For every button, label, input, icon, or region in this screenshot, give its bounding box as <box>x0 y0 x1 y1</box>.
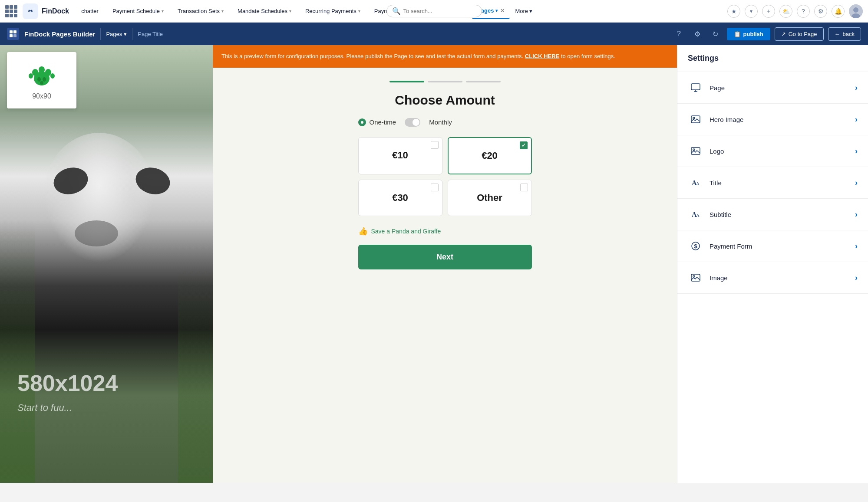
svg-rect-32 <box>691 274 700 281</box>
svg-point-18 <box>40 81 43 85</box>
more-menu-button[interactable]: More ▾ <box>515 8 532 14</box>
settings-item-hero-image[interactable]: Hero Image › <box>677 104 868 135</box>
amount-20[interactable]: ✓ €20 <box>448 137 532 174</box>
svg-point-11 <box>32 69 38 76</box>
settings-item-logo[interactable]: Logo › <box>677 135 868 167</box>
nav-chatter[interactable]: chatter <box>76 3 104 19</box>
close-pages-icon[interactable]: ✕ <box>500 8 505 14</box>
arrow-icon-page: › <box>855 83 858 92</box>
publish-button[interactable]: 📋 publish <box>727 28 770 40</box>
amount-10-checkbox[interactable] <box>431 141 439 149</box>
text-icon-title: A A <box>688 175 703 190</box>
avatar[interactable] <box>849 4 863 18</box>
paw-icon <box>26 60 57 91</box>
setup-icon[interactable]: ⛅ <box>779 5 792 18</box>
next-button[interactable]: Next <box>358 245 532 269</box>
svg-point-16 <box>37 77 41 82</box>
amount-other-checkbox[interactable] <box>520 184 528 191</box>
hero-subtitle-text: Start to fuu... <box>17 402 72 413</box>
builder-bar: FinDock Pages Builder Pages ▾ Page Title… <box>0 23 868 45</box>
image-icon-item <box>688 270 703 285</box>
svg-point-15 <box>50 73 55 79</box>
svg-rect-24 <box>691 148 700 154</box>
chevron-down-icon: ▾ <box>529 8 532 14</box>
settings-item-page[interactable]: Page › <box>677 72 868 104</box>
refresh-icon[interactable]: ↻ <box>709 27 723 41</box>
settings-item-subtitle[interactable]: A A Subtitle › <box>677 199 868 230</box>
settings-item-title[interactable]: A A Title › <box>677 167 868 199</box>
form-title: Choose Amount <box>358 93 532 108</box>
svg-rect-22 <box>691 116 700 123</box>
svg-rect-7 <box>13 30 17 33</box>
dollar-icon: $ <box>688 238 703 254</box>
divider <box>132 28 132 40</box>
one-time-radio[interactable] <box>358 118 366 126</box>
help-button[interactable]: ? <box>797 5 810 18</box>
logo-dimensions: 90x90 <box>32 92 51 100</box>
svg-point-14 <box>29 73 33 79</box>
amount-30[interactable]: €30 <box>358 180 442 216</box>
amount-30-checkbox[interactable] <box>431 184 439 191</box>
chevron-icon: ▾ <box>221 9 224 13</box>
one-time-option[interactable]: One-time <box>358 118 396 126</box>
search-bar[interactable]: 🔍 <box>386 5 482 17</box>
settings-item-payment-form[interactable]: $ Payment Form › <box>677 230 868 262</box>
amount-other[interactable]: Other <box>448 180 532 216</box>
click-here-link[interactable]: CLICK HERE <box>525 53 559 59</box>
arrow-icon-logo: › <box>855 147 858 156</box>
favorites-dropdown[interactable]: ▾ <box>745 5 758 18</box>
settings-panel: Settings Page › Hero Imag <box>677 45 868 483</box>
help-icon-builder[interactable]: ? <box>672 27 686 41</box>
amount-20-checkbox[interactable]: ✓ <box>520 141 528 149</box>
arrow-icon-payment: › <box>855 242 858 251</box>
monitor-icon <box>688 80 703 95</box>
text-icon-subtitle: A A <box>688 207 703 222</box>
search-input[interactable] <box>403 8 476 14</box>
goto-page-button[interactable]: ↗ Go to Page <box>775 27 824 41</box>
svg-point-13 <box>45 69 51 76</box>
pages-dropdown-button[interactable]: Pages ▾ <box>106 31 127 37</box>
settings-button[interactable]: ⚙ <box>814 5 827 18</box>
payment-toggle[interactable] <box>405 118 420 127</box>
builder-actions: ? ⚙ ↻ 📋 publish ↗ Go to Page ← back <box>672 27 861 41</box>
nav-transaction-sets[interactable]: Transaction Sets ▾ <box>172 3 229 19</box>
svg-point-17 <box>43 77 46 82</box>
svg-point-1 <box>29 10 30 11</box>
settings-item-image[interactable]: Image › <box>677 262 868 294</box>
add-button[interactable]: ＋ <box>762 5 775 18</box>
amount-10[interactable]: €10 <box>358 137 442 174</box>
progress-step-1 <box>389 81 424 82</box>
brand-name: FinDock <box>42 7 69 15</box>
favorites-button[interactable]: ★ <box>727 5 740 18</box>
notifications-button[interactable]: 🔔 <box>832 5 845 18</box>
main-content: 90x90 580x1024 Start to fuu... This is a… <box>0 45 868 483</box>
app-logo[interactable] <box>23 3 38 19</box>
settings-payment-form-label: Payment Form <box>710 243 849 250</box>
monthly-option[interactable]: Monthly <box>429 118 452 126</box>
nav-payment-schedule[interactable]: Payment Schedule ▾ <box>107 3 169 19</box>
arrow-icon-title: › <box>855 178 858 187</box>
svg-point-2 <box>31 10 33 11</box>
svg-rect-19 <box>691 84 700 90</box>
grid-icon[interactable] <box>5 5 17 17</box>
progress-step-3 <box>466 81 501 82</box>
form-panel: This is a preview form for configuration… <box>213 45 677 483</box>
settings-icon-builder[interactable]: ⚙ <box>690 27 704 41</box>
nav-recurring-payments[interactable]: Recurring Payments ▾ <box>300 3 366 19</box>
nav-actions: ★ ▾ ＋ ⛅ ? ⚙ 🔔 <box>727 4 863 18</box>
svg-point-23 <box>693 117 695 119</box>
nav-mandate-schedules[interactable]: Mandate Schedules ▾ <box>232 3 297 19</box>
form-content: Choose Amount One-time Monthly €10 <box>341 68 549 282</box>
chevron-icon: ▾ <box>495 8 498 13</box>
arrow-icon-subtitle: › <box>855 210 858 219</box>
svg-rect-6 <box>10 30 13 33</box>
svg-rect-8 <box>10 34 13 37</box>
back-button[interactable]: ← back <box>828 27 861 41</box>
svg-point-12 <box>39 66 45 73</box>
settings-page-label: Page <box>710 84 849 92</box>
logo-box: 90x90 <box>7 52 76 108</box>
search-icon: 🔍 <box>392 7 401 15</box>
amount-grid: €10 ✓ €20 €30 Other <box>358 137 532 216</box>
svg-text:A: A <box>696 181 700 186</box>
preview-banner[interactable]: This is a preview form for configuration… <box>213 45 677 68</box>
